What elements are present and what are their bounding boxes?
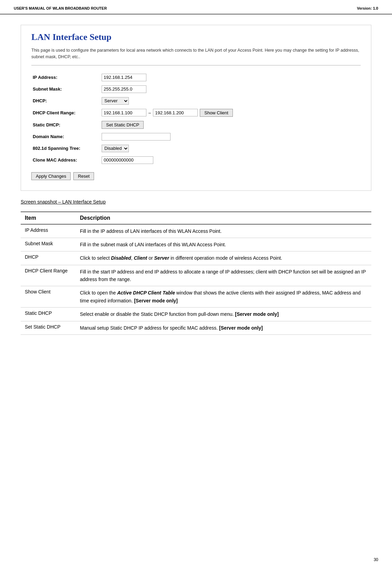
clone-mac-row: Clone MAC Address: <box>31 154 361 166</box>
col-desc-header: Description <box>76 212 371 224</box>
ip-address-value <box>100 72 361 83</box>
spanning-tree-label: 802.1d Spanning Tree: <box>31 143 100 154</box>
ip-address-label: IP Address: <box>31 72 100 83</box>
domain-name-row: Domain Name: <box>31 131 361 143</box>
reset-button[interactable]: Reset <box>73 172 94 180</box>
table-item-cell: Static DHCP <box>21 308 76 321</box>
domain-name-value <box>100 131 361 143</box>
static-dhcp-row: Static DHCP: Set Static DHCP <box>31 119 361 131</box>
page-header: USER'S MANUAL OF WLAN BROADBAND ROUTER V… <box>0 0 392 14</box>
dhcp-range-end-input[interactable] <box>153 109 198 116</box>
table-row: DHCP Client RangeFill in the start IP ad… <box>21 265 371 286</box>
subnet-mask-label: Subnet Mask: <box>31 83 100 95</box>
dhcp-select[interactable]: Server Disabled Client <box>102 97 129 105</box>
table-row: Subnet MaskFill in the subnet mask of LA… <box>21 238 371 251</box>
static-dhcp-value: Set Static DHCP <box>100 119 361 131</box>
domain-name-label: Domain Name: <box>31 131 100 143</box>
subnet-mask-row: Subnet Mask: <box>31 83 361 95</box>
table-desc-cell: Click to select Disabled, Client or Serv… <box>76 251 371 265</box>
header-right: Version: 1.0 <box>357 6 378 10</box>
page-footer: 30 <box>374 557 378 562</box>
table-item-cell: DHCP Client Range <box>21 265 76 286</box>
ip-address-row: IP Address: <box>31 72 361 83</box>
dhcp-range-start-input[interactable] <box>102 109 146 116</box>
dhcp-range-container: – Show Client <box>102 109 359 117</box>
main-content: LAN Interface Setup This page is used to… <box>0 14 392 345</box>
table-item-cell: Show Client <box>21 286 76 308</box>
static-dhcp-label: Static DHCP: <box>31 119 100 131</box>
subnet-mask-value <box>100 83 361 95</box>
form-table: IP Address: Subnet Mask: DHCP: <box>31 72 361 166</box>
spanning-tree-row: 802.1d Spanning Tree: Disabled Enabled <box>31 143 361 154</box>
clone-mac-input[interactable] <box>102 156 153 164</box>
dhcp-value: Server Disabled Client <box>100 95 361 107</box>
apply-changes-button[interactable]: Apply Changes <box>31 172 71 180</box>
ip-address-input[interactable] <box>102 74 146 81</box>
table-row: DHCPClick to select Disabled, Client or … <box>21 251 371 265</box>
table-desc-cell: Select enable or disable the Static DHCP… <box>76 308 371 321</box>
dhcp-range-row: DHCP Client Range: – Show Client <box>31 107 361 119</box>
header-left: USER'S MANUAL OF WLAN BROADBAND ROUTER <box>14 6 107 10</box>
spanning-tree-value: Disabled Enabled <box>100 143 361 154</box>
domain-name-input[interactable] <box>102 133 171 141</box>
col-item-header: Item <box>21 212 76 224</box>
subnet-mask-input[interactable] <box>102 85 146 93</box>
table-item-cell: DHCP <box>21 251 76 265</box>
dhcp-row: DHCP: Server Disabled Client <box>31 95 361 107</box>
setup-panel: LAN Interface Setup This page is used to… <box>21 25 371 191</box>
show-client-button[interactable]: Show Client <box>200 109 233 117</box>
table-item-cell: Subnet Mask <box>21 238 76 251</box>
set-static-dhcp-button[interactable]: Set Static DHCP <box>102 121 144 129</box>
desc-table: Item Description IP AddressFill in the I… <box>21 211 371 335</box>
table-desc-cell: Fill in the IP address of LAN interfaces… <box>76 224 371 238</box>
caption: Screen snapshot – LAN Interface Setup <box>21 199 106 205</box>
table-row: Show ClientClick to open the Active DHCP… <box>21 286 371 308</box>
table-item-cell: IP Address <box>21 224 76 238</box>
table-desc-cell: Manual setup Static DHCP IP address for … <box>76 321 371 334</box>
table-item-cell: Set Static DHCP <box>21 321 76 334</box>
desc-table-header-row: Item Description <box>21 212 371 224</box>
panel-title: LAN Interface Setup <box>31 32 361 42</box>
panel-description: This page is used to configure the param… <box>31 47 361 65</box>
table-desc-cell: Fill in the subnet mask of LAN interface… <box>76 238 371 251</box>
clone-mac-value <box>100 154 361 166</box>
dhcp-label: DHCP: <box>31 95 100 107</box>
table-row: Static DHCPSelect enable or disable the … <box>21 308 371 321</box>
dhcp-range-dash: – <box>148 110 151 115</box>
table-row: Set Static DHCPManual setup Static DHCP … <box>21 321 371 334</box>
table-desc-cell: Click to open the Active DHCP Client Tab… <box>76 286 371 308</box>
table-row: IP AddressFill in the IP address of LAN … <box>21 224 371 238</box>
action-row: Apply Changes Reset <box>31 172 361 180</box>
clone-mac-label: Clone MAC Address: <box>31 154 100 166</box>
spanning-tree-select[interactable]: Disabled Enabled <box>102 145 129 152</box>
dhcp-range-label: DHCP Client Range: <box>31 107 100 119</box>
table-desc-cell: Fill in the start IP address and end IP … <box>76 265 371 286</box>
dhcp-range-value: – Show Client <box>100 107 361 119</box>
page-number: 30 <box>374 557 378 562</box>
